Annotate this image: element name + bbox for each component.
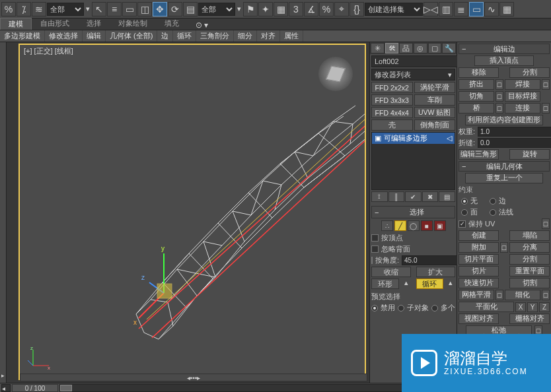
flyout-arrow-2-icon[interactable]: ▾ xyxy=(236,2,242,16)
btn-chamfer[interactable]: 切角 xyxy=(459,91,494,102)
rollout-edit-geom[interactable]: −编辑几何体 xyxy=(459,161,550,172)
schematic-icon[interactable]: ▦ xyxy=(499,2,514,16)
btn-preserve-uv-settings[interactable]: □ xyxy=(542,218,550,229)
bind-icon[interactable]: ≋ xyxy=(32,2,46,16)
btn-tess-settings[interactable]: □ xyxy=(542,290,550,300)
subobj-edge-icon[interactable]: ╱ xyxy=(394,220,406,231)
subribbon-props[interactable]: 属性 xyxy=(280,30,303,42)
btn-remove[interactable]: 移除 xyxy=(459,67,499,78)
subribbon-polymodel[interactable]: 多边形建模 xyxy=(0,30,45,42)
ribbon-tab-freeform[interactable]: 自由形式 xyxy=(32,17,78,30)
btn-extrude-settings[interactable]: □ xyxy=(496,79,503,90)
tab-utilities-icon[interactable]: 🔧 xyxy=(442,43,456,53)
layers-icon[interactable]: ≣ xyxy=(454,2,468,16)
btn-make-planar[interactable]: 平面化 xyxy=(459,302,514,312)
ribbon-tab-populate[interactable]: 填充 xyxy=(156,17,188,30)
btn-quickslice[interactable]: 快速切片 xyxy=(459,278,499,288)
subobj-element-icon[interactable]: ▣ xyxy=(434,220,446,231)
btn-create-shape[interactable]: 利用所选内容创建图形 xyxy=(465,115,543,125)
named-selection-dropdown[interactable]: 创建选择集 xyxy=(365,3,423,16)
btn-connect[interactable]: 连接 xyxy=(505,103,540,114)
subribbon-geom[interactable]: 几何体 (全部) xyxy=(106,30,157,42)
rad-edge[interactable] xyxy=(490,198,496,205)
subobj-vertex-icon[interactable]: ∴ xyxy=(381,220,393,231)
chk-by-vertex[interactable] xyxy=(371,234,379,242)
percent-snap-icon[interactable]: % xyxy=(319,2,334,16)
ribbon-tab-modeling[interactable]: 建模 xyxy=(0,18,32,30)
ribbon-tab-selection[interactable]: 选择 xyxy=(78,17,110,30)
rad-normal[interactable] xyxy=(490,209,496,216)
btn-cut[interactable]: 切割 xyxy=(509,278,550,288)
loop-spinner-icon[interactable]: ▴ xyxy=(449,278,455,289)
viewport-bottom-collapse[interactable]: ◂▪▪▪▸ xyxy=(20,374,367,381)
chk-ignore-back[interactable] xyxy=(371,245,379,253)
btn-shrink[interactable]: 收缩 xyxy=(371,267,411,277)
rotate-icon[interactable]: ⟳ xyxy=(168,2,182,16)
btn-connect-settings[interactable]: □ xyxy=(542,103,550,114)
btn-create[interactable]: 创建 xyxy=(459,230,499,241)
unlink-icon[interactable]: ⁒ xyxy=(17,2,31,16)
region-rect-icon[interactable]: ▭ xyxy=(122,2,137,16)
angle-snap-icon[interactable]: ∡ xyxy=(304,2,318,16)
object-name-input[interactable] xyxy=(371,55,469,67)
btn-weld[interactable]: 焊接 xyxy=(505,79,540,90)
btn-attach-list[interactable]: □ xyxy=(500,242,508,253)
btn-chamfer-settings[interactable]: □ xyxy=(496,91,503,102)
stack-item-editable-poly[interactable]: ▣ 可编辑多边形 ◁ xyxy=(372,133,455,144)
btn-planar-y[interactable]: Y xyxy=(527,302,538,312)
btn-weld-settings[interactable]: □ xyxy=(542,79,550,90)
subribbon-loops[interactable]: 循环 xyxy=(173,30,196,42)
btn-msmooth-settings[interactable]: □ xyxy=(496,290,503,300)
btn-grow[interactable]: 扩大 xyxy=(416,267,456,277)
btn-uvw-map[interactable]: UVW 贴图 xyxy=(414,107,456,118)
coord-icon[interactable]: ⚑ xyxy=(243,2,258,16)
radio-subobj[interactable] xyxy=(398,305,404,311)
pin-stack-icon[interactable]: ⟟ xyxy=(371,191,388,202)
show-end-result-icon[interactable]: ║ xyxy=(388,191,405,202)
subobj-polygon-icon[interactable]: ■ xyxy=(421,220,433,231)
subribbon-tri[interactable]: 三角剖分 xyxy=(196,30,234,42)
tab-hierarchy-icon[interactable]: 品 xyxy=(399,43,413,53)
tab-display-icon[interactable]: ▢ xyxy=(428,43,442,53)
snap-3-icon[interactable]: 3 xyxy=(289,2,303,16)
modifier-stack[interactable]: ▣ 可编辑多边形 ◁ xyxy=(371,132,455,190)
mirror-icon[interactable]: ▷◁ xyxy=(423,2,438,16)
chk-preserve-uv[interactable]: ✓ xyxy=(459,220,466,228)
btn-ffd-3x3x3[interactable]: FFD 3x3x3 xyxy=(371,94,413,106)
btn-view-align[interactable]: 视图对齐 xyxy=(459,313,499,324)
link-icon[interactable]: % xyxy=(1,2,16,16)
scale-icon[interactable]: ▤ xyxy=(183,2,198,16)
subribbon-subdiv[interactable]: 细分 xyxy=(234,30,257,42)
configure-sets-icon[interactable]: ▤ xyxy=(439,191,455,202)
tab-modify-icon[interactable]: 🛠 xyxy=(385,43,399,53)
filter-dropdown-2[interactable]: 全部 xyxy=(198,3,235,16)
make-unique-icon[interactable]: ✔ xyxy=(405,191,422,202)
strip-expand-icon[interactable]: ▸ xyxy=(0,372,6,379)
subribbon-align[interactable]: 对齐 xyxy=(257,30,280,42)
btn-slice[interactable]: 切片 xyxy=(459,266,499,277)
btn-shell[interactable]: 壳 xyxy=(371,119,413,131)
subobj-border-icon[interactable]: ◯ xyxy=(408,220,420,231)
btn-slice-split[interactable]: 分割 xyxy=(509,254,550,265)
btn-ring[interactable]: 环形 xyxy=(371,278,399,289)
btn-detach[interactable]: 分离 xyxy=(509,242,550,253)
btn-split[interactable]: 分割 xyxy=(509,67,550,78)
btn-repeat-last[interactable]: 重复上一个 xyxy=(465,173,543,183)
radio-multi[interactable] xyxy=(431,305,438,311)
select-icon[interactable]: ↖ xyxy=(92,2,106,16)
spinner-weight[interactable] xyxy=(478,127,551,137)
ribbon-tab-objectpaint[interactable]: 对象绘制 xyxy=(110,17,156,30)
curve-editor-icon[interactable]: ∿ xyxy=(484,2,499,16)
btn-grid-align[interactable]: 栅格对齐 xyxy=(509,313,550,324)
remove-modifier-icon[interactable]: ✖ xyxy=(422,191,439,202)
btn-loop[interactable]: 循环 xyxy=(416,278,444,289)
tab-create-icon[interactable]: ✳ xyxy=(371,43,385,53)
radio-disable[interactable] xyxy=(371,305,378,311)
btn-insert-vertex[interactable]: 插入顶点 xyxy=(474,55,534,66)
btn-reset-plane[interactable]: 重置平面 xyxy=(509,266,550,277)
keymode-icon[interactable]: ▦ xyxy=(274,2,288,16)
move-icon[interactable]: ✥ xyxy=(153,2,167,16)
scroll-thumb[interactable] xyxy=(60,385,72,391)
manip-icon[interactable]: ✦ xyxy=(258,2,273,16)
subribbon-edges[interactable]: 边 xyxy=(157,30,173,42)
